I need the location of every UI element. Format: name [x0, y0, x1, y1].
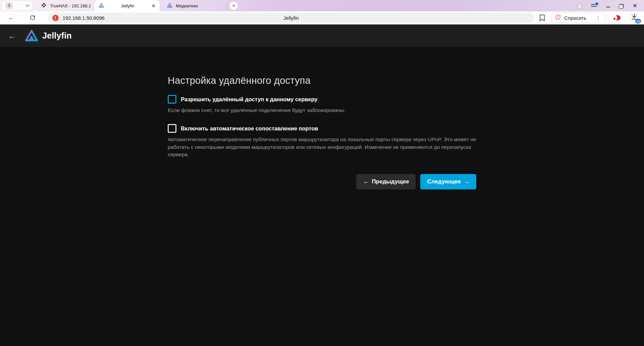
bookmark-icon[interactable]	[539, 14, 545, 21]
browser-menu-icon[interactable]	[591, 3, 598, 8]
browser-tab-bar: 3 TrueNAS - 192.168.1.50 Jellyfin ✕	[0, 0, 644, 11]
tab-title: Медиатеки	[176, 3, 198, 8]
tab-truenas[interactable]: TrueNAS - 192.168.1.50	[37, 0, 95, 11]
jellyfin-logo: Jellyfin	[25, 29, 72, 43]
ask-more-icon[interactable]: ⋮	[594, 15, 602, 21]
downloads-count-badge: 10	[635, 18, 641, 24]
port-mapping-description: Автоматическое перенаправление публичных…	[168, 136, 476, 158]
port-mapping-label: Включить автоматическое сопоставление по…	[181, 125, 318, 132]
arrow-right-icon: →	[464, 178, 470, 185]
restore-button[interactable]	[619, 3, 625, 9]
tab-count-badge: 3	[5, 2, 13, 9]
url-text: 192.168.1.50:8096	[63, 15, 105, 21]
insecure-warning-icon[interactable]: !	[52, 15, 59, 21]
page-body: Настройка удалённого доступа Разрешить у…	[0, 47, 644, 346]
jellyfin-header: ← Jellyfin	[0, 24, 644, 47]
page-back-button[interactable]: ←	[8, 31, 20, 41]
extension-icon[interactable]	[613, 14, 622, 21]
browser-address-bar: ← ! 192.168.1.50:8096 Jellyfin ? Спросит…	[0, 11, 644, 24]
remote-access-wizard: Настройка удалённого доступа Разрешить у…	[168, 47, 476, 189]
downloads-button[interactable]: 10	[631, 13, 639, 23]
jellyfin-favicon-icon	[167, 3, 172, 9]
page-title-smartline: Jellyfin	[48, 15, 534, 21]
close-window-button[interactable]: ✕	[632, 3, 638, 9]
reload-button[interactable]	[28, 15, 37, 21]
svg-text:?: ?	[557, 15, 559, 19]
new-tab-button[interactable]: +	[230, 2, 238, 10]
tab-title: Jellyfin	[121, 3, 135, 8]
page-title: Настройка удалённого доступа	[168, 75, 476, 86]
remote-access-checkbox-row[interactable]: Разрешить удалённый доступ к данному сер…	[168, 95, 476, 104]
tab-list-button[interactable]: 3	[3, 1, 32, 10]
ask-label: Спросить	[564, 15, 586, 21]
browser-back-button[interactable]: ←	[7, 14, 15, 21]
tab-title: TrueNAS - 192.168.1.50	[50, 3, 91, 8]
jellyfin-logo-icon	[25, 29, 38, 43]
truenas-favicon-icon	[41, 2, 47, 9]
tab-divider	[227, 3, 227, 8]
remote-access-description: Если флажок снят, то все удалённые подкл…	[168, 107, 476, 114]
jellyfin-logo-text: Jellyfin	[42, 31, 72, 41]
ask-chat-icon: ?	[555, 14, 561, 22]
window-controls: ✕	[576, 2, 644, 10]
next-button[interactable]: Следующее →	[420, 174, 476, 189]
chevron-down-icon	[25, 4, 30, 7]
profile-avatar[interactable]	[576, 2, 584, 10]
previous-button[interactable]: ← Предыдущее	[356, 174, 416, 189]
tab-jellyfin-active[interactable]: Jellyfin ✕	[95, 0, 160, 11]
remote-access-checkbox[interactable]	[168, 95, 176, 104]
remote-access-label: Разрешить удалённый доступ к данному сер…	[181, 96, 318, 103]
port-mapping-checkbox[interactable]	[168, 124, 176, 133]
close-tab-icon[interactable]: ✕	[151, 3, 156, 8]
arrow-left-icon: ←	[363, 178, 369, 185]
tab-mediateki[interactable]: Медиатеки	[162, 0, 221, 11]
jellyfin-favicon-icon	[99, 3, 104, 9]
previous-button-label: Предыдущее	[372, 178, 409, 185]
port-mapping-checkbox-row[interactable]: Включить автоматическое сопоставление по…	[168, 124, 476, 133]
divider	[591, 15, 591, 21]
notification-dot	[595, 2, 598, 5]
minimize-button[interactable]	[605, 3, 611, 9]
next-button-label: Следующее	[427, 178, 461, 185]
ask-ai-button[interactable]: ? Спросить ⋮	[551, 12, 606, 23]
address-input[interactable]: ! 192.168.1.50:8096 Jellyfin	[48, 13, 534, 23]
wizard-buttons: ← Предыдущее Следующее →	[168, 174, 476, 189]
